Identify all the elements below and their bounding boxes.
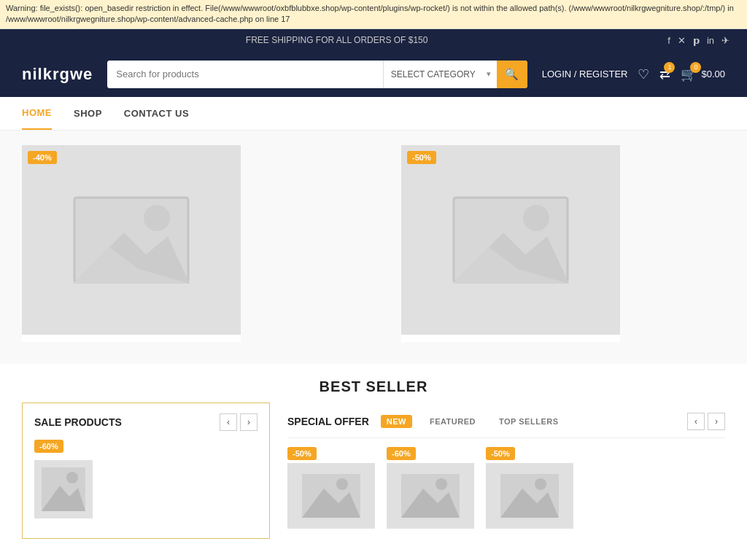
header: nilkrgwe SELECT CATEGORY 🔍 LOGIN / REGIS… xyxy=(0,52,747,97)
category-wrapper: SELECT CATEGORY xyxy=(383,61,497,88)
sale-product-mini xyxy=(34,460,258,518)
special-offer-box: SPECIAL OFFER NEW FEATURED TOP SELLERS ‹… xyxy=(270,402,725,539)
tab-featured[interactable]: FEATURED xyxy=(424,415,481,428)
sale-prev-button[interactable]: ‹ xyxy=(220,413,237,431)
sale-discount-badge: -60% xyxy=(34,440,63,453)
bottom-row: SALE PRODUCTS ‹ › -60% SPECIAL OFFER NEW… xyxy=(0,402,747,553)
shipping-text: FREE SHIPPING FOR ALL ORDERS OF $150 xyxy=(6,35,667,45)
special-discount-1: -50% xyxy=(287,447,317,460)
special-mini-placeholder-3 xyxy=(486,463,573,529)
category-select[interactable]: SELECT CATEGORY xyxy=(384,61,491,88)
special-mini-svg-3 xyxy=(500,474,559,518)
sale-products-box: SALE PRODUCTS ‹ › -60% xyxy=(22,402,270,539)
special-product-1[interactable]: -50% xyxy=(287,447,375,529)
wishlist-button[interactable]: ♡ xyxy=(638,66,649,82)
discount-badge-2: -50% xyxy=(407,151,436,164)
search-input[interactable] xyxy=(107,61,382,88)
special-offer-arrows: ‹ › xyxy=(687,413,725,430)
placeholder-svg-1 xyxy=(73,196,190,284)
special-mini-placeholder-2 xyxy=(387,463,474,529)
sale-products-arrows: ‹ › xyxy=(220,413,258,431)
sale-next-button[interactable]: › xyxy=(240,413,258,431)
svg-point-5 xyxy=(523,205,549,231)
special-mini-svg-1 xyxy=(302,474,360,518)
svg-point-18 xyxy=(535,478,546,490)
facebook-icon[interactable]: f xyxy=(667,35,670,46)
special-offer-products: -50% -60% xyxy=(287,447,725,529)
cart-price: $0.00 xyxy=(701,69,725,79)
telegram-icon[interactable]: ✈ xyxy=(721,35,729,46)
nav-home[interactable]: HOME xyxy=(22,97,52,130)
best-seller-section: BEST SELLER xyxy=(0,364,747,402)
product-image-2 xyxy=(401,145,620,335)
special-next-button[interactable]: › xyxy=(708,413,725,430)
product-image-1 xyxy=(22,145,241,335)
linkedin-icon[interactable]: in xyxy=(707,35,714,46)
social-icons: f ✕ 𝗽 in ✈ xyxy=(667,35,741,46)
warning-text: Warning: file_exists(): open_basedir res… xyxy=(6,4,734,23)
svg-point-15 xyxy=(436,478,447,490)
tab-new[interactable]: NEW xyxy=(381,415,412,428)
tab-top-sellers[interactable]: TOP SELLERS xyxy=(493,415,565,428)
svg-point-1 xyxy=(144,205,170,231)
sale-products-title: SALE PRODUCTS xyxy=(34,416,122,428)
nav-contact[interactable]: CONTACT US xyxy=(124,98,189,129)
svg-point-12 xyxy=(336,478,348,490)
search-icon: 🔍 xyxy=(505,68,519,81)
twitter-icon[interactable]: ✕ xyxy=(678,35,686,46)
main-nav: HOME SHOP CONTACT US xyxy=(0,97,747,131)
sale-mini-placeholder xyxy=(34,460,93,518)
shipping-bar: FREE SHIPPING FOR ALL ORDERS OF $150 f ✕… xyxy=(0,29,747,52)
special-prev-button[interactable]: ‹ xyxy=(687,413,705,430)
best-seller-title: BEST SELLER xyxy=(22,378,725,395)
special-product-3[interactable]: -50% xyxy=(486,447,573,529)
special-offer-header: SPECIAL OFFER NEW FEATURED TOP SELLERS ‹… xyxy=(287,413,725,438)
placeholder-icon-1 xyxy=(73,196,190,284)
heart-icon: ♡ xyxy=(638,67,649,82)
special-mini-svg-2 xyxy=(401,474,460,518)
sale-products-header: SALE PRODUCTS ‹ › xyxy=(34,413,258,431)
site-logo[interactable]: nilkrgwe xyxy=(22,65,93,84)
special-discount-2: -60% xyxy=(387,447,416,460)
hero-section: -40% -50% xyxy=(0,131,747,364)
discount-badge-1: -40% xyxy=(28,151,57,164)
svg-point-9 xyxy=(66,472,78,483)
cart-button[interactable]: 🛒 0 $0.00 xyxy=(681,66,725,82)
special-discount-3: -50% xyxy=(486,447,515,460)
nav-shop[interactable]: SHOP xyxy=(74,98,102,129)
special-product-2[interactable]: -60% xyxy=(387,447,474,529)
sale-mini-svg xyxy=(42,467,85,511)
compare-badge: 1 xyxy=(664,62,675,73)
login-register-link[interactable]: LOGIN / REGISTER xyxy=(542,69,628,79)
special-offer-title: SPECIAL OFFER xyxy=(287,416,369,427)
search-button[interactable]: 🔍 xyxy=(497,61,527,88)
search-bar: SELECT CATEGORY 🔍 xyxy=(107,61,527,88)
header-actions: LOGIN / REGISTER ♡ ⇄ 1 🛒 0 $0.00 xyxy=(542,66,725,82)
hero-product-1[interactable]: -40% xyxy=(22,145,241,342)
cart-badge: 0 xyxy=(690,62,701,73)
placeholder-svg-2 xyxy=(452,196,569,284)
compare-button[interactable]: ⇄ 1 xyxy=(659,66,670,82)
pinterest-icon[interactable]: 𝗽 xyxy=(693,35,700,46)
warning-bar: Warning: file_exists(): open_basedir res… xyxy=(0,0,747,29)
special-mini-placeholder-1 xyxy=(287,463,375,529)
cart-icon-wrapper: 🛒 0 xyxy=(681,66,697,82)
placeholder-icon-2 xyxy=(452,196,569,284)
hero-product-2[interactable]: -50% xyxy=(401,145,620,342)
